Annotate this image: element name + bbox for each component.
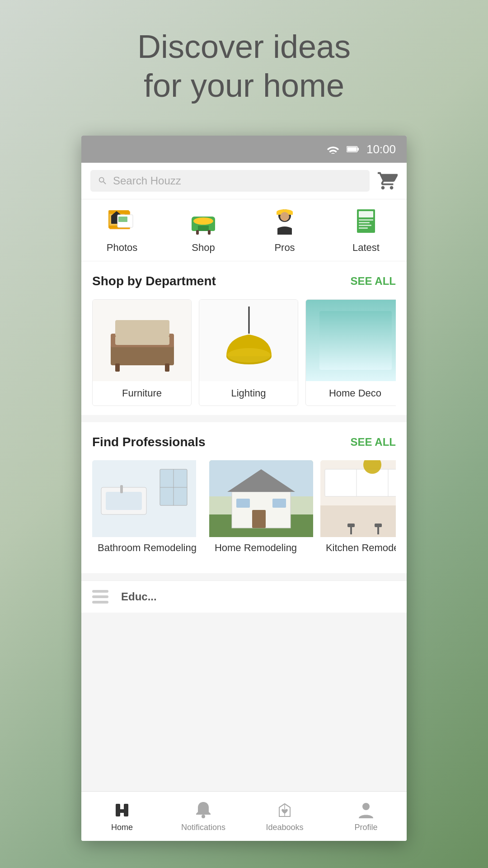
search-bar: Search Houzz bbox=[81, 163, 407, 199]
discover-text: Discover ideas for your home bbox=[0, 27, 488, 105]
svg-rect-26 bbox=[359, 225, 371, 226]
svg-rect-32 bbox=[115, 363, 120, 372]
remodeling-label: Home Remodeling bbox=[209, 537, 313, 559]
nav-latest-label: Latest bbox=[352, 242, 380, 254]
svg-point-36 bbox=[227, 348, 271, 363]
svg-point-67 bbox=[362, 803, 370, 810]
profile-nav-icon bbox=[356, 800, 376, 820]
main-content: Shop by Department SEE ALL bbox=[81, 261, 407, 791]
homedeco-label: Home Deco bbox=[306, 381, 396, 406]
nav-icon-photos[interactable]: Photos bbox=[81, 205, 163, 254]
lighting-image bbox=[199, 300, 298, 381]
pros-icon bbox=[268, 205, 301, 237]
svg-rect-61 bbox=[377, 527, 379, 534]
svg-rect-9 bbox=[118, 217, 127, 222]
nav-icon-pros[interactable]: Pros bbox=[244, 205, 325, 254]
cart-icon[interactable] bbox=[377, 170, 398, 191]
svg-rect-37 bbox=[319, 311, 392, 370]
svg-rect-27 bbox=[359, 227, 368, 229]
search-icon bbox=[98, 176, 108, 186]
latest-icon bbox=[350, 205, 382, 237]
furniture-image bbox=[93, 300, 192, 381]
svg-rect-16 bbox=[208, 230, 211, 235]
nav-photos-label: Photos bbox=[107, 242, 138, 254]
profile-nav-label: Profile bbox=[354, 823, 377, 832]
svg-rect-65 bbox=[124, 804, 128, 816]
shop-icon bbox=[187, 205, 220, 237]
dept-cards: Furniture bbox=[92, 299, 396, 406]
status-time: 10:00 bbox=[366, 142, 396, 156]
shop-section: Shop by Department SEE ALL bbox=[81, 261, 407, 415]
bottom-nav-profile[interactable]: Profile bbox=[325, 800, 407, 832]
svg-rect-52 bbox=[272, 499, 286, 508]
prof-card-kitchen[interactable]: Kitchen Remodelin... bbox=[320, 460, 396, 564]
status-bar: 10:00 bbox=[81, 136, 407, 163]
professionals-section-header: Find Professionals SEE ALL bbox=[92, 435, 396, 449]
svg-point-14 bbox=[193, 217, 213, 225]
svg-rect-60 bbox=[375, 524, 382, 527]
svg-rect-30 bbox=[115, 336, 169, 345]
svg-rect-58 bbox=[347, 524, 355, 527]
bathroom-image bbox=[92, 460, 196, 537]
nav-icon-shop[interactable]: Shop bbox=[163, 205, 244, 254]
phone-container: 10:00 Search Houzz bbox=[81, 136, 407, 841]
kitchen-svg bbox=[320, 460, 396, 537]
svg-rect-2 bbox=[347, 147, 357, 151]
svg-rect-24 bbox=[359, 219, 373, 221]
prof-cards: Bathroom Remodeling bbox=[92, 460, 396, 564]
battery-icon bbox=[347, 146, 359, 153]
prof-card-bathroom[interactable]: Bathroom Remodeling bbox=[92, 460, 202, 564]
nav-shop-label: Shop bbox=[192, 242, 215, 254]
svg-rect-33 bbox=[165, 363, 169, 372]
svg-rect-1 bbox=[357, 148, 359, 151]
bottom-nav-ideabooks[interactable]: Ideabooks bbox=[244, 800, 325, 832]
lighting-label: Lighting bbox=[199, 381, 298, 406]
remodeling-image bbox=[209, 460, 313, 537]
bathroom-svg bbox=[92, 460, 196, 537]
svg-rect-51 bbox=[236, 499, 250, 508]
homedeco-svg bbox=[315, 307, 396, 374]
ideabooks-nav-icon bbox=[275, 800, 295, 820]
bottom-nav-home[interactable]: Home bbox=[81, 800, 163, 832]
nav-pros-label: Pros bbox=[274, 242, 295, 254]
svg-rect-23 bbox=[359, 211, 373, 217]
svg-rect-55 bbox=[325, 469, 396, 496]
furniture-label: Furniture bbox=[93, 381, 191, 406]
remodeling-svg bbox=[209, 460, 313, 537]
svg-rect-31 bbox=[115, 320, 169, 336]
svg-rect-59 bbox=[350, 527, 352, 534]
notifications-nav-label: Notifications bbox=[181, 823, 225, 832]
professionals-see-all[interactable]: SEE ALL bbox=[351, 436, 396, 448]
dept-card-homedeco[interactable]: Home Deco bbox=[305, 299, 396, 406]
prof-card-remodeling[interactable]: Home Remodeling bbox=[209, 460, 313, 564]
bathroom-label: Bathroom Remodeling bbox=[92, 537, 202, 559]
svg-rect-25 bbox=[359, 222, 370, 223]
home-nav-label: Home bbox=[111, 823, 133, 832]
svg-rect-40 bbox=[106, 492, 142, 510]
discover-line1: Discover ideas bbox=[137, 28, 351, 65]
homedeco-image bbox=[306, 300, 396, 381]
nav-icon-latest[interactable]: Latest bbox=[325, 205, 407, 254]
shop-section-header: Shop by Department SEE ALL bbox=[92, 274, 396, 288]
svg-rect-41 bbox=[120, 485, 123, 493]
shop-section-title: Shop by Department bbox=[92, 274, 216, 288]
svg-point-66 bbox=[202, 815, 205, 818]
notifications-nav-icon bbox=[193, 800, 213, 820]
svg-point-20 bbox=[280, 212, 289, 221]
dept-card-lighting[interactable]: Lighting bbox=[199, 299, 298, 406]
svg-rect-54 bbox=[320, 505, 396, 537]
nav-icons-row: Photos Shop bbox=[81, 199, 407, 261]
dept-card-furniture[interactable]: Furniture bbox=[92, 299, 192, 406]
kitchen-image bbox=[320, 460, 396, 537]
shop-see-all[interactable]: SEE ALL bbox=[351, 275, 396, 288]
bottom-hint-section: Educ... bbox=[81, 580, 407, 613]
furniture-svg bbox=[102, 307, 183, 374]
bottom-nav-notifications[interactable]: Notifications bbox=[163, 800, 244, 832]
professionals-title: Find Professionals bbox=[92, 435, 206, 449]
search-input-wrap[interactable]: Search Houzz bbox=[90, 170, 370, 192]
hint-icon bbox=[92, 590, 108, 604]
photos-icon bbox=[106, 205, 138, 237]
discover-line2: for your home bbox=[144, 67, 344, 104]
lighting-svg bbox=[208, 307, 290, 374]
svg-rect-15 bbox=[196, 230, 199, 235]
